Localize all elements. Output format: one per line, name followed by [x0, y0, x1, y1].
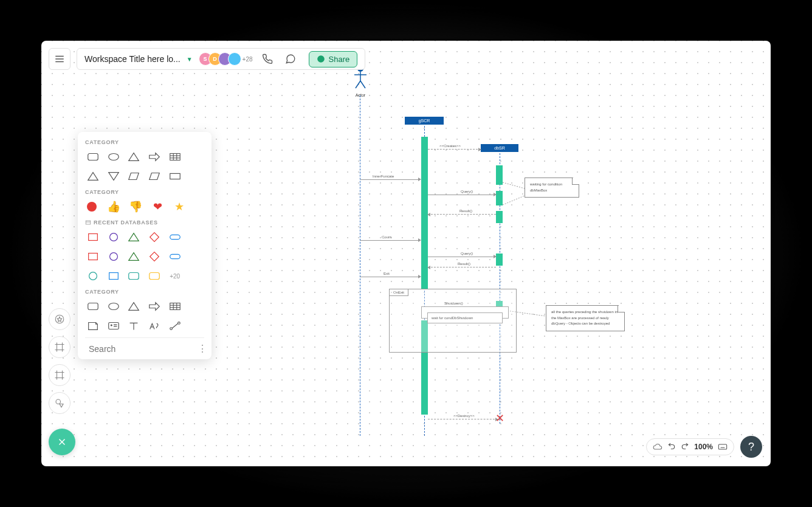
svg-rect-32: [86, 221, 91, 224]
undo-icon[interactable]: [667, 443, 676, 451]
tool-star[interactable]: [49, 308, 71, 330]
redo-icon[interactable]: [681, 443, 689, 451]
svg-marker-20: [129, 153, 139, 161]
shape-rounded-rect[interactable]: [85, 300, 101, 313]
reaction-red-dot[interactable]: [85, 200, 98, 213]
arrow-result2[interactable]: [428, 267, 496, 267]
lifeline-actor[interactable]: [360, 95, 360, 436]
fragment-onexit[interactable]: OnExit wait for condDbShutdown Shutdown(…: [389, 289, 517, 353]
msg-label: Result(): [458, 262, 470, 266]
shape-rounded-rect[interactable]: [85, 150, 101, 164]
arrow-result[interactable]: [428, 214, 496, 215]
activation-dbsr-3[interactable]: [496, 211, 503, 223]
shape-card[interactable]: [106, 319, 122, 333]
tool-frame[interactable]: [49, 336, 71, 358]
activation-dbsr-1[interactable]: [496, 165, 503, 185]
shape-parallelogram[interactable]: [126, 170, 142, 183]
arrow-create[interactable]: [428, 149, 481, 150]
svg-point-14: [56, 399, 61, 404]
svg-line-79: [503, 182, 525, 188]
title-dropdown-caret-icon[interactable]: ▼: [187, 56, 193, 63]
more-shapes[interactable]: +20: [167, 269, 183, 283]
msg-shutdown: Shutdown(): [444, 302, 463, 305]
shape-connector[interactable]: [167, 319, 183, 333]
collaborator-avatars[interactable]: S D +28: [202, 52, 253, 66]
note-queries[interactable]: all the queries preceding the shutdown i…: [546, 305, 625, 331]
db-shape-circle-purple[interactable]: [106, 230, 122, 244]
svg-line-77: [356, 81, 360, 88]
share-button[interactable]: Share: [309, 51, 358, 67]
arrow-innerexist[interactable]: [360, 179, 421, 180]
avatar-overflow[interactable]: +28: [243, 56, 253, 63]
shape-arrow[interactable]: [146, 150, 162, 164]
shape-parallelogram-2[interactable]: [146, 170, 162, 183]
activation-dbsr-2[interactable]: [496, 191, 503, 205]
category-label: CATEGORY: [85, 139, 204, 145]
workspace-title[interactable]: Workspace Title here lo...: [84, 54, 181, 64]
db-shape-rounded-yellow[interactable]: [146, 269, 162, 283]
shape-rect[interactable]: [167, 170, 183, 183]
shape-triangle-down[interactable]: [106, 170, 122, 183]
keyboard-icon[interactable]: [718, 442, 728, 452]
db-shape-circle-purple-2[interactable]: [106, 250, 122, 263]
panel-more-menu[interactable]: ⋮: [195, 343, 210, 354]
avatar[interactable]: [228, 52, 241, 66]
zoom-level[interactable]: 100%: [694, 443, 713, 451]
category-label: CATEGORY: [85, 289, 204, 295]
help-button[interactable]: ?: [740, 436, 762, 458]
shape-note[interactable]: [85, 319, 101, 333]
msg-label: Count: [382, 235, 391, 239]
arrow-destroy[interactable]: [428, 419, 498, 419]
shape-table[interactable]: [167, 300, 183, 313]
shape-table[interactable]: [167, 150, 183, 164]
object-dbsr[interactable]: dbSR: [481, 144, 518, 152]
shape-search-input[interactable]: [89, 344, 195, 354]
menu-button[interactable]: [49, 48, 71, 70]
svg-line-78: [360, 81, 365, 88]
note-waiting[interactable]: waiting for condition dbMaxBox: [525, 178, 579, 198]
shape-pen[interactable]: [146, 319, 162, 333]
db-shape-pill-blue[interactable]: [167, 230, 183, 244]
arrow-query2[interactable]: [428, 257, 496, 257]
tool-shapes[interactable]: [49, 392, 71, 414]
call-button[interactable]: [259, 50, 276, 67]
shape-triangle[interactable]: [126, 150, 142, 164]
reaction-thumbs-down[interactable]: 👎: [129, 200, 142, 213]
db-shape-pill-blue-2[interactable]: [167, 250, 183, 263]
arrow-count[interactable]: [360, 240, 421, 241]
app-window: { "header": { "workspace_title": "Worksp…: [41, 41, 771, 466]
arrow-query[interactable]: [428, 195, 496, 195]
db-shape-rect-red-2[interactable]: [85, 250, 101, 263]
reaction-heart[interactable]: ❤: [151, 200, 164, 213]
db-shape-triangle-green[interactable]: [126, 230, 142, 244]
db-shape-rect-blue[interactable]: [106, 269, 122, 283]
reaction-thumbs-up[interactable]: 👍: [107, 200, 120, 213]
shape-text[interactable]: [126, 319, 142, 333]
svg-rect-39: [89, 254, 98, 260]
object-gscr[interactable]: gSCR: [405, 117, 444, 125]
actor-label: Actor: [351, 93, 370, 97]
tool-frame-2[interactable]: [49, 364, 71, 386]
db-shape-triangle-green-2[interactable]: [126, 250, 142, 263]
svg-rect-38: [170, 235, 180, 239]
shape-triangle-up[interactable]: [85, 170, 101, 183]
msg-label: InnerFuncate: [373, 174, 394, 178]
arrow-exit[interactable]: [360, 277, 421, 277]
shape-ellipse[interactable]: [106, 300, 122, 313]
shape-arrow[interactable]: [146, 300, 162, 313]
db-shape-diamond-red-2[interactable]: [146, 250, 162, 263]
svg-marker-30: [150, 173, 160, 180]
cloud-icon[interactable]: [653, 442, 662, 452]
db-shape-diamond-red[interactable]: [146, 230, 162, 244]
shape-ellipse[interactable]: [106, 150, 122, 164]
db-shape-circle-teal[interactable]: [85, 269, 101, 283]
chat-button[interactable]: [282, 50, 299, 67]
close-fab[interactable]: [49, 429, 75, 455]
svg-marker-29: [129, 173, 139, 180]
shape-triangle[interactable]: [126, 300, 142, 313]
activation-dbsr-4[interactable]: [496, 254, 503, 266]
db-shape-rect-red[interactable]: [85, 230, 101, 244]
svg-point-49: [108, 303, 119, 310]
db-shape-rounded-teal[interactable]: [126, 269, 142, 283]
reaction-star[interactable]: ★: [173, 200, 186, 213]
